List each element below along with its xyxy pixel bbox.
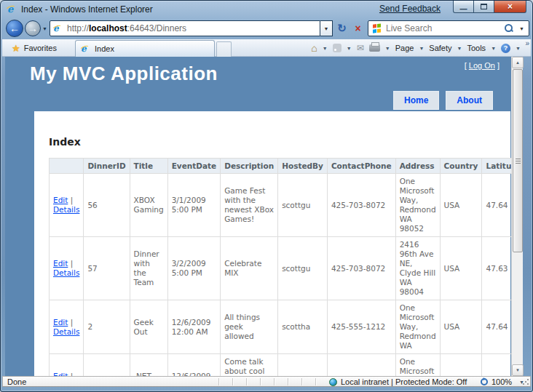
page-menu-dropdown-icon: ▼ [419,46,424,51]
action-separator: | [68,318,73,327]
stop-button[interactable]: × [350,20,366,36]
cell-address: One Microsoft Way, Redmond WA [395,354,440,377]
forward-button[interactable]: → [25,20,41,36]
cell-address: One Microsoft Way, Redmond WA [395,300,440,354]
safety-menu-dropdown-icon: ▼ [457,46,462,51]
search-dropdown-icon[interactable]: ▼ [519,26,524,31]
overflow-chevron-icon[interactable]: » [525,39,529,47]
cell-description: Game Fest with the newest XBox Games! [221,174,278,237]
rss-feed-icon[interactable] [333,44,341,52]
address-dropdown-button[interactable]: ▼ [320,20,333,36]
status-separator [274,378,275,385]
cell-contact_phone: 425-703-8072 [327,174,395,237]
column-header-country: Country [440,159,482,174]
search-box[interactable]: Live Search ▼ [368,20,529,36]
details-link[interactable]: Details [53,205,79,214]
column-header-eventdate: EventDate [167,159,221,174]
cell-event_date: 3/2/2009 5:00 PM [167,237,221,300]
page-menu[interactable]: Page [395,44,414,52]
edit-link[interactable]: Edit [53,318,68,327]
help-icon[interactable]: ? [501,44,510,53]
new-tab-button[interactable] [216,41,232,57]
command-bar: ⌂ ▼ ▼ ✉ ▼ Page ▼ Safety ▼ Tools ▼ ? ▼ [311,41,521,55]
cell-title: .NET Futures [130,354,167,377]
column-header-latitude: Latitude [482,159,511,174]
table-body: Edit | Details56XBOX Gaming3/1/2009 5:00… [50,174,512,377]
tools-menu[interactable]: Tools [467,44,486,52]
search-icon[interactable] [505,24,513,33]
home-dropdown-icon[interactable]: ▼ [323,46,328,51]
scroll-up-button[interactable]: ▲ [512,57,524,68]
favorites-button[interactable]: ★ Favorites [6,41,63,55]
back-icon: ← [9,23,20,34]
help-dropdown-icon[interactable]: ▼ [516,46,521,51]
tab-index[interactable]: e Index [75,40,215,57]
nav-home-button[interactable]: Home [393,91,439,110]
minimize-button[interactable]: ×— [453,1,474,13]
details-link[interactable]: Details [53,268,79,277]
nav-about-button[interactable]: About [446,91,493,110]
cell-country: USA [440,354,482,377]
scrollbar-thumb[interactable] [513,69,523,252]
cell-contact_phone: 425-703-8072 [327,237,395,300]
rss-dropdown-icon[interactable]: ▼ [347,46,352,51]
vertical-scrollbar[interactable]: ▲ ▼ [511,57,523,376]
status-bar: Done Local intranet | Protected Mode: Of… [2,376,531,387]
scroll-down-button[interactable]: ▼ [512,364,524,376]
globe-icon [329,378,337,386]
refresh-icon: ↻ [337,22,347,35]
cell-address: One Microsoft Way, Redmond WA 98052 [395,174,440,237]
cell-event_date: 3/1/2009 5:00 PM [167,174,221,237]
cell-actions: Edit | Details [50,354,84,377]
cell-hosted_by: scottha [278,300,328,354]
print-dropdown-icon[interactable]: ▼ [385,46,390,51]
details-link[interactable]: Details [53,327,79,336]
cell-hosted_by: scottgu [278,354,328,377]
zone-text: Local intranet | Protected Mode: Off [341,377,467,386]
printer-icon[interactable] [369,44,380,52]
url-text: http://localhost:64643/Dinners [67,23,186,33]
status-separator [315,378,316,385]
zoom-level: 100% [491,377,512,386]
address-bar[interactable]: e http://localhost:64643/Dinners [50,20,320,36]
refresh-button[interactable]: ↻ [334,20,350,36]
star-icon: ★ [12,43,20,54]
status-separator [288,378,288,385]
resize-grip[interactable] [522,378,529,385]
action-separator: | [68,196,73,204]
cell-latitude: 47.64 [482,354,511,377]
scroll-up-icon: ▲ [516,60,520,65]
safety-menu[interactable]: Safety [429,44,451,52]
logon-area: [ Log On ] [465,61,500,70]
page-favicon-icon: e [53,23,63,33]
home-icon[interactable]: ⌂ [311,44,317,52]
status-separator [260,378,261,385]
security-zone: Local intranet | Protected Mode: Off [329,377,467,386]
status-separator [232,378,233,385]
column-header-description: Description [221,159,278,174]
tab-title: Index [95,44,114,53]
logon-link[interactable]: Log On [469,61,495,70]
edit-link[interactable]: Edit [53,196,68,204]
edit-link[interactable]: Edit [53,259,68,268]
mail-icon[interactable]: ✉ [357,43,364,53]
close-button[interactable]: × [494,1,526,13]
cell-title: Geek Out [130,300,167,354]
page-viewport: My MVC Application [ Log On ] Home About… [5,57,511,376]
cell-country: USA [440,174,482,237]
table-row: Edit | Details56XBOX Gaming3/1/2009 5:00… [50,174,512,237]
tab-bar: ★ Favorites e Index ⌂ ▼ ▼ ✉ ▼ Page ▼ Saf… [2,39,531,57]
zoom-control[interactable]: 100% ▼ [481,377,524,386]
status-text: Done [7,377,26,386]
status-separator [301,378,302,385]
back-button[interactable]: ← [6,20,23,37]
cell-address: 2416 96th Ave NE, Clyde Hill WA 98004 [395,237,440,300]
cell-latitude: 47.64 [482,174,511,237]
tab-favicon-icon: e [81,44,91,54]
scrollbar-grip-icon [516,161,521,161]
maximize-button[interactable] [474,1,494,13]
history-dropdown-icon[interactable]: ▼ [42,26,47,31]
send-feedback-link[interactable]: Send Feedback [379,4,441,14]
cell-description: All things geek allowed [221,300,278,354]
forward-icon: → [28,23,38,34]
